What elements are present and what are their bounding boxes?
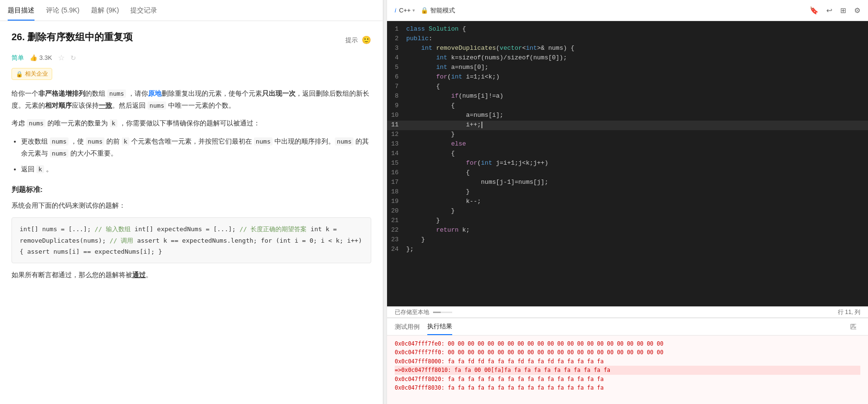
code-line-19: 19 k--; bbox=[387, 197, 868, 207]
code-line-2: 2 public: bbox=[387, 34, 868, 44]
judge-code-block: int[] nums = [...]; // 输入数组 int[] expect… bbox=[11, 217, 371, 263]
code-line-20: 20 } bbox=[387, 207, 868, 216]
code-line-5: 5 int a=nums[0]; bbox=[387, 63, 868, 73]
code-line-16: 16 { bbox=[387, 168, 868, 178]
like-count[interactable]: 👍 3.3K bbox=[30, 54, 52, 61]
code-line-21: 21 } bbox=[387, 216, 868, 226]
code-line-15: 15 for(int j=i+1;j<k;j++) bbox=[387, 159, 868, 168]
tab-description[interactable]: 题目描述 bbox=[8, 0, 34, 21]
split-icon[interactable]: ⊞ bbox=[840, 6, 846, 15]
cursor-position: 行 11, 列 bbox=[838, 308, 860, 316]
code-line-24: 24 }; bbox=[387, 245, 868, 255]
editor-status-bar: 已存储至本地 行 11, 列 bbox=[387, 306, 868, 318]
hex-line-2: 0x0c047fff8000: fa fa fd fd fa fa fa fd … bbox=[395, 357, 860, 366]
code-line-6: 6 for(int i=1;i<k;) bbox=[387, 73, 868, 82]
code-line-23: 23 } bbox=[387, 236, 868, 245]
right-panel: i C++ ▾ 🔒 智能模式 🔖 ↩ ⊞ ⚙ 1 class Solution … bbox=[387, 0, 868, 404]
bottom-tab-testcase[interactable]: 测试用例 bbox=[395, 318, 420, 335]
code-line-7: 7 { bbox=[387, 82, 868, 92]
hex-line-1: 0x0c047fff7ff0: 00 00 00 00 00 00 00 00 … bbox=[395, 348, 860, 357]
lock-tag-icon: 🔒 bbox=[16, 71, 23, 78]
code-editor[interactable]: 1 class Solution { 2 public: 3 int remov… bbox=[387, 21, 868, 306]
code-line-12: 12 } bbox=[387, 130, 868, 140]
meta-row: 简单 👍 3.3K ☆ ↻ bbox=[11, 53, 371, 62]
like-number: 3.3K bbox=[39, 54, 52, 61]
code-line-4: 4 int k=sizeof(nums)/sizeof(nums[0]); bbox=[387, 54, 868, 63]
code-line-13: 13 else bbox=[387, 140, 868, 149]
problem-area: 26. 删除有序数组中的重复项 提示 🙂 简单 👍 3.3K ☆ ↻ 🔒 bbox=[0, 21, 383, 404]
judge-title: 判题标准: bbox=[11, 183, 371, 196]
star-icon[interactable]: ☆ bbox=[58, 53, 65, 62]
lang-chevron-icon: ▾ bbox=[412, 8, 415, 13]
code-line-9: 9 { bbox=[387, 101, 868, 111]
code-line-17: 17 nums[j-1]=nums[j]; bbox=[387, 178, 868, 188]
settings-icon[interactable]: ⚙ bbox=[854, 6, 860, 15]
difficulty-label: 简单 bbox=[11, 54, 24, 62]
smart-mode-lock-icon: 🔒 bbox=[421, 7, 428, 14]
hex-line-3: =>0x0c047fff8010: fa fa 00 00[fa]fa fa f… bbox=[395, 366, 860, 374]
company-tag-label: 相关企业 bbox=[25, 70, 48, 78]
emoji-reaction[interactable]: 🙂 bbox=[362, 35, 371, 45]
editor-header: i C++ ▾ 🔒 智能模式 🔖 ↩ ⊞ ⚙ bbox=[387, 0, 868, 21]
tab-comments[interactable]: 评论 (5.9K) bbox=[46, 0, 80, 21]
editor-actions: 🔖 ↩ ⊞ ⚙ bbox=[810, 6, 860, 15]
bottom-tabs: 测试用例 执行结果 匹 bbox=[387, 318, 868, 336]
undo-icon[interactable]: ↩ bbox=[826, 6, 833, 15]
code-line-10: 10 a=nums[i]; bbox=[387, 111, 868, 121]
smart-mode-label: 智能模式 bbox=[430, 6, 455, 15]
problem-tabs: 题目描述 评论 (5.9K) 题解 (9K) 提交记录 bbox=[0, 0, 383, 21]
hex-line-4: 0x0c047fff8020: fa fa fa fa fa fa fa fa … bbox=[395, 375, 860, 383]
execution-output: 0x0c047fff7fe0: 00 00 00 00 00 00 00 00 … bbox=[387, 336, 868, 404]
judge-desc: 系统会用下面的代码来测试你的题解： bbox=[11, 200, 371, 212]
like-icon: 👍 bbox=[30, 54, 37, 61]
code-line-18: 18 } bbox=[387, 188, 868, 197]
left-panel: 题目描述 评论 (5.9K) 题解 (9K) 提交记录 26. 删除有序数组中的… bbox=[0, 0, 383, 404]
bookmark-icon[interactable]: 🔖 bbox=[810, 6, 819, 15]
hint-button[interactable]: 提示 bbox=[345, 36, 358, 45]
refresh-icon[interactable]: ↻ bbox=[70, 54, 76, 62]
panel-divider[interactable] bbox=[383, 0, 387, 404]
code-line-11: 11 i++; bbox=[387, 121, 868, 130]
code-line-14: 14 { bbox=[387, 149, 868, 159]
tab-solutions[interactable]: 题解 (9K) bbox=[91, 0, 119, 21]
code-line-8: 8 if(nums[i]!=a) bbox=[387, 92, 868, 101]
code-line-3: 3 int removeDuplicates(vector<int>& nums… bbox=[387, 44, 868, 54]
code-line-1: 1 class Solution { bbox=[387, 25, 868, 34]
company-tag[interactable]: 🔒 相关企业 bbox=[11, 68, 52, 80]
bottom-tab-result[interactable]: 执行结果 bbox=[427, 318, 452, 335]
save-status: 已存储至本地 bbox=[395, 308, 429, 316]
smart-mode-toggle[interactable]: 🔒 智能模式 bbox=[421, 6, 455, 15]
hex-line-5: 0x0c047fff8030: fa fa fa fa fa fa fa fa … bbox=[395, 383, 860, 392]
language-selector[interactable]: i C++ ▾ bbox=[395, 7, 415, 14]
hex-line-0: 0x0c047fff7fe0: 00 00 00 00 00 00 00 00 … bbox=[395, 339, 860, 348]
tab-submissions[interactable]: 提交记录 bbox=[130, 0, 157, 21]
bottom-panel: 测试用例 执行结果 匹 0x0c047fff7fe0: 00 00 00 00 … bbox=[387, 318, 868, 404]
problem-description: 给你一个非严格递增排列的数组 nums ，请你原地删除重复出现的元素，使每个元素… bbox=[11, 88, 371, 281]
problem-title: 26. 删除有序数组中的重复项 bbox=[11, 31, 133, 44]
code-line-22: 22 return k; bbox=[387, 226, 868, 236]
bottom-right-btn[interactable]: 匹 bbox=[846, 323, 860, 331]
